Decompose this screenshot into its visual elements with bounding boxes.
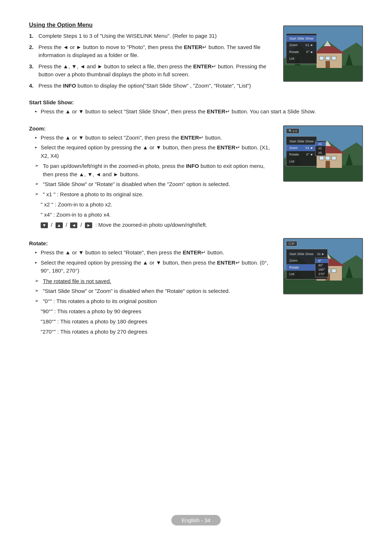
zoom-indicator: 🔍 x 1: [286, 128, 299, 134]
screenshot-3-container: ☐ 0° Start Slide Show 2s ► Zoom X1 ► Rot…: [283, 234, 363, 294]
zoom-arrow-3: ➢ " x1 " : Restore a photo to its origin…: [35, 190, 272, 199]
slideshow-title: Start Slide Show:: [29, 99, 363, 105]
menu-item-slideshow-3: Start Slide Show 2s ►: [286, 251, 327, 257]
svg-rect-7: [332, 56, 336, 60]
rotate-indent-3: "270°" : This rotates a photo by 270 deg…: [29, 327, 272, 336]
tv-screenshot-3: ☐ 0° Start Slide Show 2s ► Zoom X1 ► Rot…: [283, 238, 363, 294]
zoom-bullet-1: • Press the ▲ or ▼ button to select "Zoo…: [35, 134, 272, 142]
zoom-title: Zoom:: [29, 125, 272, 132]
menu-item-zoom-2: Zoom X1 ►: [286, 145, 317, 151]
slideshow-bullet-1: • Press the ▲ or ▼ button to select "Sta…: [35, 108, 363, 116]
footer-badge: English - 34: [171, 515, 220, 525]
svg-rect-8: [326, 61, 330, 68]
menu-item-zoom-1: Zoom X1 ►: [286, 42, 317, 48]
menu-item-slideshow-2: Start Slide Show: [286, 138, 317, 145]
slideshow-section: Start Slide Show: • Press the ▲ or ▼ but…: [29, 99, 363, 116]
rotate-indicator: ☐ 0°: [286, 241, 297, 246]
svg-rect-6: [326, 56, 330, 60]
zoom-arrow-1: ➢ To pan up/down/left/right in the zoome…: [35, 162, 272, 178]
tv-screenshot-1: Start Slide Show Zoom X1 ► Rotate 0° ► L…: [283, 25, 363, 82]
svg-rect-5: [319, 56, 324, 60]
option-menu-text: Using the Option Menu 1. Complete Steps …: [29, 22, 272, 93]
menu-item-list-1: List: [286, 55, 317, 62]
menu-overlay-1: Start Slide Show Zoom X1 ► Rotate 0° ► L…: [286, 33, 317, 64]
zoom-submenu: x1 x2 x4: [315, 141, 326, 156]
svg-rect-19: [332, 156, 336, 160]
svg-rect-31: [332, 269, 336, 273]
zoom-indent-2: " x4" : Zoom-in to a photo x4.: [29, 210, 272, 219]
svg-rect-20: [326, 161, 330, 168]
steps-list: 1. Complete Steps 1 to 3 of "Using the W…: [29, 32, 272, 90]
rotate-bullet-1: • Press the ▲ or ▼ button to select "Rot…: [35, 249, 272, 257]
zoom-bullet-2: • Select the required option by pressing…: [35, 144, 272, 160]
svg-rect-18: [326, 156, 330, 160]
step-3: 3. Press the ▲, ▼, ◄ and ► button to sel…: [29, 63, 272, 79]
svg-rect-17: [319, 156, 324, 160]
rotate-bullets: • Press the ▲ or ▼ button to select "Rot…: [29, 249, 272, 275]
rotate-indent-2: "180°" : This rotates a photo by 180 deg…: [29, 317, 272, 326]
zoom-bullets: • Press the ▲ or ▼ button to select "Zoo…: [29, 134, 272, 160]
rotate-title: Rotate:: [29, 240, 272, 246]
zoom-section: Zoom: • Press the ▲ or ▼ button to selec…: [29, 119, 363, 231]
menu-item-list-2: List: [286, 158, 317, 165]
rotate-arrow-2: ➢ "Start Slide Show" or "Zoom" is disabl…: [35, 287, 272, 295]
screenshot-2-container: 🔍 x 1 Start Slide Show Zoom X1 ► Rotate …: [283, 119, 363, 182]
menu-overlay-2: Start Slide Show Zoom X1 ► Rotate 0° ► L…: [286, 136, 317, 167]
rotate-arrows: ➢ The rotated file is not saved. ➢ "Star…: [29, 277, 272, 306]
rotate-section: Rotate: • Press the ▲ or ▼ button to sel…: [29, 234, 363, 338]
rotate-submenu: 0° 90° 180° 270°: [315, 258, 328, 277]
rotate-indent-1: "90°" : This rotates a photo by 90 degre…: [29, 307, 272, 316]
rotate-text: Rotate: • Press the ▲ or ▼ button to sel…: [29, 234, 272, 338]
menu-item-rotate-2: Rotate 0° ►: [286, 151, 317, 158]
zoom-arrows: ➢ To pan up/down/left/right in the zoome…: [29, 162, 272, 198]
step-4: 4. Press the INFO button to display the …: [29, 82, 272, 90]
footer: English - 34: [0, 515, 392, 525]
screenshot-1-container: Start Slide Show Zoom X1 ► Rotate 0° ► L…: [283, 22, 363, 82]
page: Using the Option Menu 1. Complete Steps …: [0, 0, 392, 540]
step-2: 2. Press the ◄ or ► button to move to "P…: [29, 43, 272, 60]
menu-item-slideshow-1: Start Slide Show: [286, 35, 317, 42]
rotate-bullet-2: • Select the required option by pressing…: [35, 259, 272, 275]
step-1: 1. Complete Steps 1 to 3 of "Using the W…: [29, 32, 272, 40]
rotate-arrow-1: ➢ The rotated file is not saved.: [35, 277, 272, 286]
menu-item-rotate-1: Rotate 0° ►: [286, 49, 317, 55]
zoom-text: Zoom: • Press the ▲ or ▼ button to selec…: [29, 119, 272, 231]
zoom-arrow-2: ➢ "Start Slide Show" or "Rotate" is disa…: [35, 180, 272, 189]
section-title: Using the Option Menu: [29, 22, 272, 28]
rotate-arrow-3: ➢ "0°" : This rotates a photo to its ori…: [35, 297, 272, 306]
section-option-menu: Using the Option Menu 1. Complete Steps …: [29, 22, 363, 93]
tv-screenshot-2: 🔍 x 1 Start Slide Show Zoom X1 ► Rotate …: [283, 125, 363, 182]
zoom-indent-3: ▼ / ▲ / ◄ / ► : Move the zoomed-in photo…: [29, 221, 272, 229]
slideshow-bullets: • Press the ▲ or ▼ button to select "Sta…: [29, 108, 363, 116]
zoom-indent-1: " x2 " : Zoom-in to a photo x2.: [29, 200, 272, 209]
